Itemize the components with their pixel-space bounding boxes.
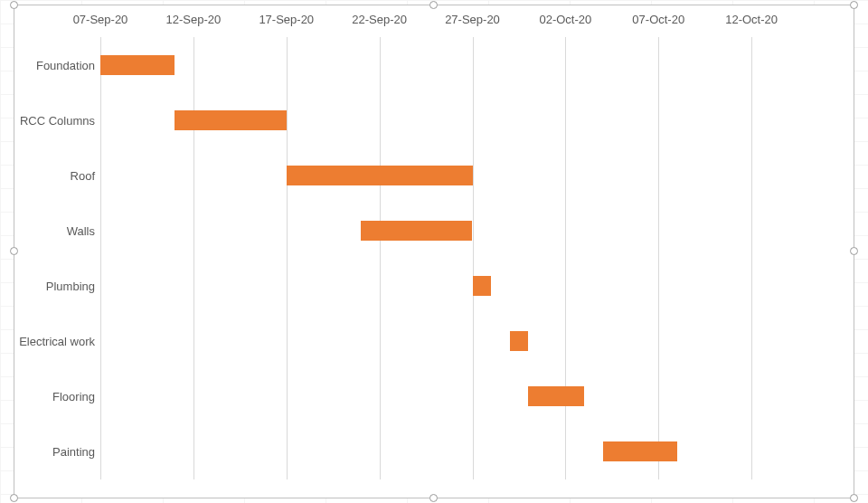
x-axis-tick-label: 17-Sep-20 <box>259 13 314 26</box>
x-axis-tick-label: 02-Oct-20 <box>539 13 591 26</box>
x-gridline <box>751 37 752 479</box>
gantt-bar[interactable] <box>175 110 286 130</box>
plot-area[interactable]: 07-Sep-2012-Sep-2017-Sep-2022-Sep-2027-S… <box>100 37 844 479</box>
x-gridline <box>473 37 474 479</box>
y-axis-category-label: Roof <box>71 168 95 182</box>
x-axis-tick-label: 07-Oct-20 <box>632 13 684 26</box>
x-gridline <box>287 37 288 479</box>
x-gridline <box>565 37 566 479</box>
resize-handle-bottom-left-icon[interactable] <box>10 494 18 502</box>
x-gridline <box>100 37 101 479</box>
x-axis-tick-label: 27-Sep-20 <box>445 13 500 26</box>
y-axis-category-label: Flooring <box>52 390 95 403</box>
gantt-bar[interactable] <box>473 276 492 296</box>
resize-handle-top-mid-icon[interactable] <box>429 1 438 9</box>
gantt-bar[interactable] <box>361 221 472 241</box>
resize-handle-bottom-mid-icon[interactable] <box>429 494 438 502</box>
x-gridline <box>380 37 381 479</box>
resize-handle-top-right-icon[interactable] <box>850 1 858 9</box>
resize-handle-top-left-icon[interactable] <box>10 1 18 9</box>
x-gridline <box>658 37 659 479</box>
gantt-bar[interactable] <box>287 166 473 185</box>
y-axis-category-label: RCC Columns <box>20 113 95 127</box>
resize-handle-mid-left-icon[interactable] <box>10 247 18 255</box>
resize-handle-bottom-right-icon[interactable] <box>850 494 858 502</box>
x-gridline <box>193 37 194 479</box>
y-axis-category-label: Plumbing <box>46 280 95 293</box>
gantt-bar[interactable] <box>603 441 677 461</box>
x-axis-tick-label: 12-Oct-20 <box>725 13 778 26</box>
y-axis-category-label: Painting <box>52 445 95 459</box>
resize-handle-mid-right-icon[interactable] <box>850 247 858 255</box>
y-axis-category-label: Walls <box>67 223 95 237</box>
gantt-bar[interactable] <box>100 55 175 75</box>
chart-object[interactable]: 07-Sep-2012-Sep-2017-Sep-2022-Sep-2027-S… <box>14 5 854 498</box>
x-axis-tick-label: 12-Sep-20 <box>166 13 222 26</box>
gantt-bar[interactable] <box>528 386 584 406</box>
x-axis-tick-label: 07-Sep-20 <box>73 13 128 26</box>
y-axis-category-label: Electrical work <box>19 335 95 348</box>
gantt-bar[interactable] <box>510 331 529 351</box>
y-axis-category-label: Foundation <box>36 58 95 71</box>
x-axis-tick-label: 22-Sep-20 <box>352 13 407 26</box>
